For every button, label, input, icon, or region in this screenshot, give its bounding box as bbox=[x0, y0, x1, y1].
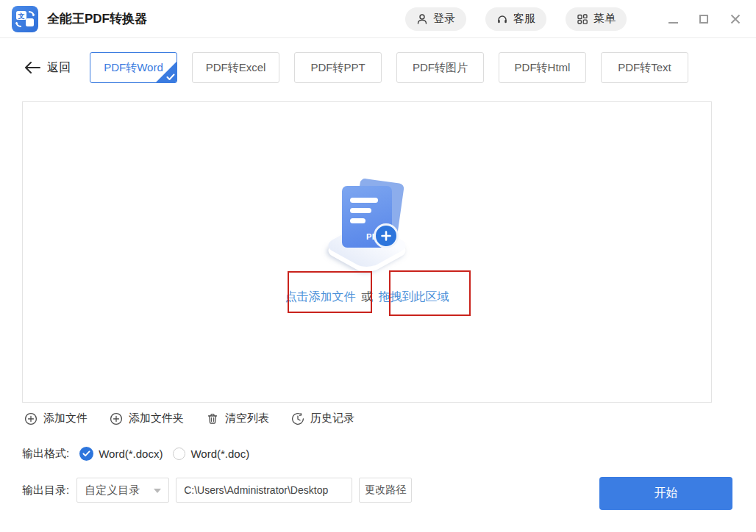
output-dir-label: 输出目录: bbox=[22, 484, 69, 497]
app-title: 全能王PDF转换器 bbox=[47, 10, 147, 27]
conversion-tabs-row: 返回 PDF转Word PDF转Excel PDF转PPT PDF转图片 PDF… bbox=[24, 51, 734, 84]
trash-icon bbox=[206, 412, 219, 425]
logo-glyph: 文 bbox=[18, 12, 25, 19]
user-icon bbox=[416, 13, 428, 25]
directory-mode-select[interactable]: 自定义目录 bbox=[76, 478, 169, 503]
back-arrow-icon bbox=[24, 62, 40, 73]
tab-pdf-to-ppt[interactable]: PDF转PPT bbox=[294, 52, 382, 83]
minimize-button[interactable] bbox=[668, 13, 680, 25]
back-button[interactable]: 返回 bbox=[24, 60, 90, 76]
grid-menu-icon bbox=[577, 13, 588, 25]
tab-pdf-to-html[interactable]: PDF转Html bbox=[499, 52, 586, 83]
chevron-down-icon bbox=[154, 489, 161, 493]
tab-pdf-to-excel[interactable]: PDF转Excel bbox=[192, 52, 279, 83]
add-file-button[interactable]: 添加文件 bbox=[24, 411, 88, 425]
tab-pdf-to-text[interactable]: PDF转Text bbox=[601, 52, 688, 83]
title-bar: 文 全能王PDF转换器 登录 bbox=[0, 0, 756, 38]
add-folder-button[interactable]: 添加文件夹 bbox=[110, 411, 184, 425]
radio-word-doc[interactable]: Word(*.doc) bbox=[173, 447, 249, 460]
circle-plus-icon bbox=[24, 412, 38, 425]
tab-pdf-to-word[interactable]: PDF转Word bbox=[90, 52, 177, 83]
support-button[interactable]: 客服 bbox=[485, 7, 546, 31]
highlight-box-drag-area bbox=[389, 270, 471, 316]
pdf-add-illustration: PDF bbox=[308, 181, 426, 278]
clear-list-button[interactable]: 清空列表 bbox=[206, 411, 269, 425]
output-format-row: 输出格式: Word(*.docx) Word(*.doc) bbox=[22, 447, 249, 461]
login-button[interactable]: 登录 bbox=[405, 7, 466, 31]
tab-pdf-to-image[interactable]: PDF转图片 bbox=[396, 52, 484, 83]
login-label: 登录 bbox=[433, 12, 455, 26]
support-label: 客服 bbox=[513, 12, 535, 26]
output-format-label: 输出格式: bbox=[22, 447, 69, 461]
close-button[interactable] bbox=[730, 13, 741, 25]
change-path-button[interactable]: 更改路径 bbox=[359, 478, 412, 503]
app-logo-icon: 文 bbox=[12, 6, 38, 32]
close-icon bbox=[730, 13, 741, 25]
check-icon bbox=[166, 73, 175, 81]
menu-label: 菜单 bbox=[593, 12, 616, 26]
start-button[interactable]: 开始 bbox=[599, 477, 732, 510]
pdf-converter-window: 文 全能王PDF转换器 登录 bbox=[0, 0, 756, 532]
radio-selected-icon bbox=[79, 447, 93, 461]
file-drop-zone[interactable]: PDF 点击添加文件 或 拖拽到此区域 bbox=[22, 101, 712, 403]
history-button[interactable]: 历史记录 bbox=[291, 411, 354, 425]
circle-plus-icon bbox=[110, 412, 123, 425]
output-path-input[interactable] bbox=[176, 478, 352, 503]
list-toolbar: 添加文件 添加文件夹 清空列表 历史记录 bbox=[24, 411, 354, 425]
headset-icon bbox=[496, 13, 508, 25]
history-clock-icon bbox=[291, 412, 304, 425]
highlight-box-click-add bbox=[288, 271, 372, 313]
back-label: 返回 bbox=[47, 60, 71, 76]
add-plus-icon bbox=[374, 223, 399, 248]
menu-button[interactable]: 菜单 bbox=[566, 7, 627, 31]
output-directory-row: 输出目录: 自定义目录 更改路径 bbox=[22, 478, 412, 503]
radio-unselected-icon bbox=[173, 447, 185, 460]
maximize-button[interactable] bbox=[699, 13, 710, 25]
radio-word-docx[interactable]: Word(*.docx) bbox=[79, 447, 163, 461]
